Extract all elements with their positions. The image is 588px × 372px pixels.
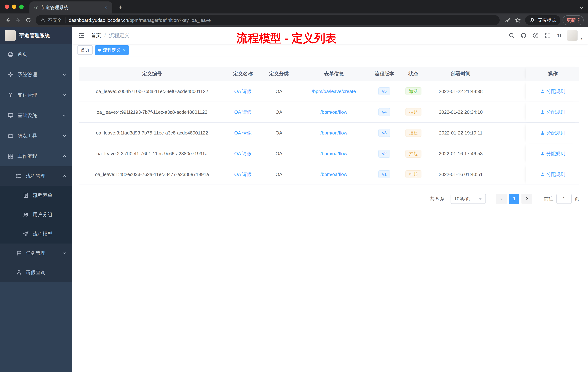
avatar[interactable] [567,30,578,41]
cell-action[interactable]: 分配规则 [526,164,579,185]
dev-tools-icon [8,133,13,139]
cell-action[interactable]: 分配规则 [526,81,579,101]
prev-page-button[interactable] [496,194,507,204]
cell-definition-name[interactable]: OA 请假 [225,164,261,185]
sidebar-item-payment[interactable]: ¥支付管理 [0,85,72,105]
column-header: 操作 [526,67,579,81]
cell-form-link[interactable]: /bpm/oa/flow [297,102,371,122]
cell-definition-name[interactable]: OA 请假 [225,143,261,164]
sidebar-item-gear[interactable]: 系统管理 [0,65,72,85]
sidebar-item-dev-tools[interactable]: 研发工具 [0,126,72,146]
incognito-badge: 无痕模式 [525,15,560,25]
cell-definition-category: OA [261,102,297,122]
breadcrumb-home[interactable]: 首页 [91,32,101,39]
sidebar-item-process-manage[interactable]: 流程管理 [0,166,72,186]
cell-action[interactable]: 分配规则 [526,123,579,143]
sidebar-item-task[interactable]: 任务管理 [0,243,72,263]
next-page-button[interactable] [521,194,532,204]
assign-rule-link[interactable]: 分配规则 [540,130,565,136]
search-icon[interactable] [507,31,516,40]
cell-definition-name[interactable]: OA 请假 [225,102,261,122]
sidebar-item-label: 流程表单 [33,192,52,198]
cell-form-link[interactable]: /bpm/oa/flow [297,164,371,185]
github-icon[interactable] [519,31,528,40]
sidebar-item-leave-query[interactable]: 请假查询 [0,263,72,282]
cell-deploy-time: 2022-01-22 19:19:11 [429,123,492,143]
help-icon[interactable] [531,31,540,40]
pagination: 共 5 条 10条/页 1 前往 页 [79,194,579,204]
font-size-icon[interactable]: tT [555,31,564,40]
table-row: oa_leave:5:004b710b-7b8a-11ec-8ef0-acde4… [79,81,579,102]
browser-menu-dots-icon[interactable] [578,17,580,23]
cell-process-version: v3 [371,123,398,143]
sidebar-item-user-group[interactable]: 用户分组 [0,205,72,224]
sidebar-item-label: 工作流程 [17,153,37,159]
cell-process-version: v5 [371,81,398,101]
password-key-icon[interactable] [503,15,513,25]
brand-logo [5,30,16,41]
update-label: 更新 [567,17,576,23]
cell-action[interactable]: 分配规则 [526,143,579,164]
back-button[interactable] [3,15,13,25]
cell-form-link[interactable]: /bpm/oa/flow [297,143,371,164]
cell-form-link[interactable]: /bpm/oa/flow [297,123,371,143]
table-header: 定义编号定义名称定义分类表单信息流程版本状态部署时间操作 [79,67,579,81]
address-bar[interactable]: 不安全 dashboard.yudao.iocoder.cn /bpm/mana… [36,15,500,25]
security-label[interactable]: 不安全 [48,17,62,23]
cell-deploy-time: 2022-01-22 21:48:38 [429,81,492,101]
sidebar-item-dashboard[interactable]: 首页 [0,44,72,65]
tag-close-icon[interactable]: × [123,48,126,52]
assign-rule-link[interactable]: 分配规则 [540,151,565,157]
cell-deploy-time: 2022-01-16 01:40:51 [429,164,492,185]
column-header: 状态 [398,67,429,81]
cell-definition-name[interactable]: OA 请假 [225,123,261,143]
bookmark-star-icon[interactable] [513,15,523,25]
goto-page-input[interactable] [556,194,572,204]
reload-button[interactable] [23,15,33,25]
favicon-leaf-icon [33,5,38,10]
assign-rule-link[interactable]: 分配规则 [540,171,565,178]
cell-deploy-time: 2022-01-22 20:34:10 [429,102,492,122]
forward-button[interactable] [13,15,23,25]
not-secure-warning-icon[interactable] [40,18,45,23]
assign-rule-link[interactable]: 分配规则 [540,109,565,115]
sidebar-item-form[interactable]: 流程表单 [0,186,72,205]
cell-process-version: v2 [371,143,398,164]
zoom-window-button[interactable] [19,5,24,9]
tag-home[interactable]: 首页 [77,45,93,55]
tag-process-definition[interactable]: 流程定义 × [95,45,129,55]
new-tab-button[interactable]: + [115,2,126,12]
browser-tabstrip: 芋道管理系统 × + [0,0,588,13]
fullscreen-icon[interactable] [543,31,552,40]
close-window-button[interactable] [5,5,9,9]
version-badge: v1 [378,170,390,178]
cell-definition-name[interactable]: OA 请假 [225,81,261,101]
minimize-window-button[interactable] [12,5,16,9]
sidebar-item-label: 任务管理 [26,250,45,256]
tab-close-icon[interactable]: × [103,5,109,10]
tab-title: 芋道管理系统 [41,5,100,11]
active-tag-dot [98,49,101,52]
page-number-button[interactable]: 1 [509,194,519,204]
browser-tab[interactable]: 芋道管理系统 × [30,1,112,13]
assign-rule-link[interactable]: 分配规则 [540,88,565,95]
sidebar-item-infrastructure[interactable]: 基础设施 [0,105,72,126]
sidebar-item-workflow[interactable]: 工作流程 [0,146,72,166]
sidebar-item-label: 支付管理 [17,92,37,98]
table-row: oa_leave:4:991f2193-7b7f-11ec-a3c8-acde4… [79,102,579,123]
sidebar-item-process-model[interactable]: 流程模型 [0,224,72,243]
update-chrome-button[interactable]: 更新 [563,15,584,25]
avatar-caret-icon[interactable]: ▾ [581,36,583,41]
version-badge: v2 [378,150,390,158]
version-badge: v4 [378,108,390,116]
cell-action[interactable]: 分配规则 [526,102,579,122]
user-icon [540,172,545,177]
hamburger-icon[interactable] [78,32,85,39]
brand[interactable]: 芋道管理系统 [0,27,72,44]
pagination-total: 共 5 条 [430,196,445,202]
page-size-select[interactable]: 10条/页 [451,194,486,204]
cell-form-link[interactable]: /bpm/oa/leave/create [297,81,371,101]
status-badge: 挂起 [405,170,421,178]
breadcrumb-separator: / [104,33,106,38]
tab-search-chevron-icon[interactable] [579,5,584,10]
